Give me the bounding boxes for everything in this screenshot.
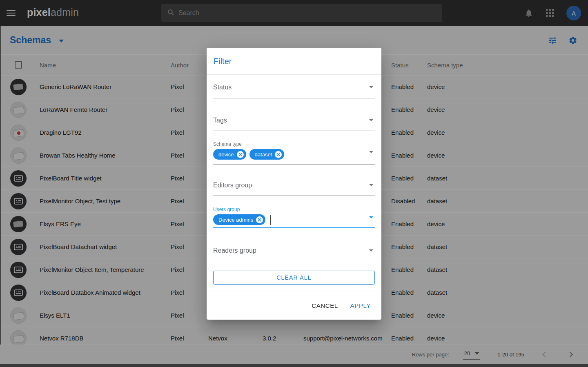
chip: Device admins bbox=[213, 214, 265, 225]
filter-field-tags[interactable]: Tags bbox=[213, 117, 375, 131]
chip-remove-icon[interactable] bbox=[275, 151, 282, 158]
chip-label: device bbox=[218, 151, 234, 158]
chevron-down-icon bbox=[369, 151, 373, 153]
field-placeholder: Editors group bbox=[213, 182, 252, 189]
field-placeholder: Status bbox=[213, 84, 232, 91]
dialog-title: Filter bbox=[214, 57, 232, 66]
filter-field-readers-group[interactable]: Readers group bbox=[213, 247, 375, 261]
field-underline bbox=[213, 261, 375, 261]
chip: dataset bbox=[249, 149, 285, 160]
field-underline bbox=[213, 98, 375, 98]
field-placeholder: Tags bbox=[213, 117, 227, 124]
chevron-down-icon bbox=[369, 216, 373, 218]
text-cursor bbox=[270, 215, 271, 225]
field-placeholder: Readers group bbox=[213, 247, 256, 254]
chip-remove-icon[interactable] bbox=[256, 216, 263, 223]
field-label: Schema type bbox=[213, 141, 242, 147]
chip-label: dataset bbox=[255, 151, 272, 158]
clear-all-button[interactable]: CLEAR ALL bbox=[213, 271, 375, 285]
field-chips: Device admins bbox=[213, 214, 271, 225]
chip-remove-icon[interactable] bbox=[237, 151, 244, 158]
chip: device bbox=[213, 149, 246, 160]
chevron-down-icon bbox=[369, 184, 373, 186]
chevron-down-icon bbox=[369, 249, 373, 251]
field-underline bbox=[213, 131, 375, 131]
filter-field-status[interactable]: Status bbox=[213, 84, 375, 98]
cancel-button[interactable]: CANCEL bbox=[312, 302, 338, 309]
field-underline bbox=[213, 196, 375, 196]
chip-label: Device admins bbox=[218, 217, 253, 223]
filter-field-schema-type[interactable]: Schema type devicedataset bbox=[213, 141, 375, 165]
chevron-down-icon bbox=[369, 86, 373, 88]
filter-field-editors-group[interactable]: Editors group bbox=[213, 182, 375, 196]
field-underline bbox=[213, 164, 375, 165]
filter-dialog: Filter Status Tags Schema type devicedat… bbox=[207, 48, 381, 320]
field-underline bbox=[213, 227, 375, 228]
field-label: Users group bbox=[213, 207, 240, 212]
field-chips: devicedataset bbox=[213, 149, 284, 160]
apply-button[interactable]: APPLY bbox=[350, 302, 371, 309]
filter-field-users-group[interactable]: Users group Device admins bbox=[213, 207, 375, 228]
dialog-header-divider bbox=[207, 74, 381, 75]
chevron-down-icon bbox=[369, 119, 373, 121]
